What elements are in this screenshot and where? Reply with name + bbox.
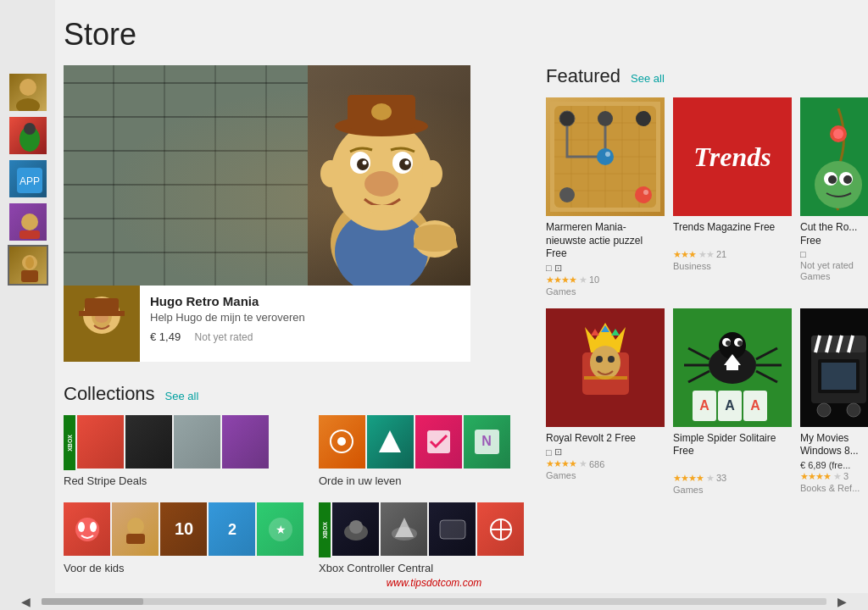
svg-point-76 — [635, 186, 652, 203]
featured-header: Featured See all — [546, 65, 851, 87]
scrollbar: ◀ ▶ — [0, 593, 868, 610]
sidebar-thumb-3[interactable]: APP — [8, 158, 48, 199]
stars-empty-royal: ★ — [579, 458, 587, 469]
collection-orde[interactable]: N Orde in uw leven — [319, 415, 529, 487]
collections-grid: XBOX Red Stripe Deals — [64, 415, 529, 574]
featured-section: Featured See all — [529, 65, 851, 591]
svg-point-126 — [817, 403, 831, 417]
scroll-right-arrow[interactable]: ▶ — [833, 595, 851, 608]
featured-marmeren-title: Marmeren Mania- nieuwste actie puzzel Fr… — [546, 221, 665, 261]
scroll-left-arrow[interactable]: ◀ — [17, 595, 35, 608]
category-cut-rope: Games — [800, 271, 868, 281]
sidebar-thumb-2[interactable] — [8, 115, 48, 156]
svg-point-79 — [815, 161, 862, 208]
svg-marker-53 — [395, 518, 414, 537]
svg-marker-37 — [379, 430, 401, 452]
collection-name-orde: Orde in uw leven — [319, 474, 529, 487]
featured-item-cut-rope[interactable]: Cut the Ro... Free □ Not yet rated Games — [800, 97, 868, 297]
svg-text:A: A — [699, 398, 709, 413]
svg-text:★: ★ — [275, 523, 286, 536]
device-icon-marmeren: □ — [546, 263, 552, 273]
category-royal: Games — [546, 470, 665, 480]
category-marmeren: Games — [546, 286, 665, 297]
layout-row: Hugo Retro Mania Help Hugo de mijn te ve… — [64, 65, 851, 591]
svg-point-90 — [596, 356, 603, 363]
hero-rating: Not yet rated — [195, 331, 253, 343]
featured-spider-title: Simple Spider Solitaire Free — [673, 432, 792, 458]
sidebar-thumb-5[interactable] — [8, 245, 48, 286]
featured-item-movies[interactable]: My Movies Windows 8... € 6,89 (fre... ★★… — [800, 308, 868, 495]
svg-point-101 — [726, 341, 731, 346]
rating-royal: 686 — [589, 459, 604, 469]
featured-movies-price: € 6,89 (fre... — [800, 460, 868, 470]
svg-point-91 — [608, 356, 615, 363]
svg-point-19 — [363, 161, 367, 165]
featured-row-2: Royal Revolt 2 Free □ ⊡ ★★★★★ 686 Games — [546, 308, 851, 495]
svg-point-18 — [399, 158, 411, 170]
svg-rect-10 — [21, 270, 38, 282]
hero-banner[interactable] — [64, 65, 470, 286]
stars-marmeren: ★★★★ — [546, 274, 576, 286]
svg-point-77 — [643, 190, 648, 195]
featured-see-all[interactable]: See all — [631, 72, 665, 85]
category-trends: Business — [673, 261, 792, 271]
svg-point-102 — [737, 341, 743, 346]
svg-point-20 — [405, 161, 409, 165]
scroll-track[interactable] — [42, 598, 826, 605]
sidebar-thumb-1[interactable] — [8, 72, 48, 113]
featured-row-1: Marmeren Mania- nieuwste actie puzzel Fr… — [546, 97, 851, 297]
stars-trends: ★★★ — [673, 249, 696, 260]
svg-point-83 — [843, 175, 852, 184]
svg-point-74 — [597, 148, 614, 165]
svg-rect-54 — [440, 520, 465, 539]
main-column: Hugo Retro Mania Help Hugo de mijn te ve… — [64, 65, 529, 591]
hero-app-icon[interactable] — [64, 286, 140, 362]
svg-point-70 — [559, 111, 575, 126]
svg-rect-92 — [584, 376, 627, 380]
svg-point-51 — [349, 520, 363, 534]
svg-point-82 — [828, 175, 837, 184]
svg-point-42 — [78, 522, 85, 532]
svg-point-6 — [21, 214, 38, 230]
svg-text:A: A — [725, 398, 735, 413]
svg-point-36 — [337, 437, 346, 446]
featured-movies-title: My Movies Windows 8... — [800, 432, 868, 458]
featured-item-marmeren[interactable]: Marmeren Mania- nieuwste actie puzzel Fr… — [546, 97, 665, 297]
sidebar: APP — [0, 0, 55, 610]
device-icon2-marmeren: ⊡ — [554, 263, 562, 274]
stars-empty-movies: ★ — [833, 471, 841, 482]
hero-section: Hugo Retro Mania Help Hugo de mijn te ve… — [64, 65, 529, 362]
svg-text:APP: APP — [19, 175, 39, 187]
stars-spider: ★★★★ — [673, 473, 704, 484]
featured-item-royal-revolt[interactable]: Royal Revolt 2 Free □ ⊡ ★★★★★ 686 Games — [546, 308, 665, 495]
hero-price: € 1,49 — [150, 330, 181, 343]
sidebar-thumb-4[interactable] — [8, 202, 48, 242]
hero-app-subtitle: Help Hugo de mijn te veroveren — [150, 311, 462, 324]
svg-point-3 — [24, 123, 36, 135]
collections-see-all[interactable]: See all — [165, 390, 199, 402]
collection-red-stripe-deals[interactable]: XBOX Red Stripe Deals — [64, 415, 303, 487]
svg-point-72 — [636, 111, 651, 126]
rating-trends: 21 — [716, 249, 726, 259]
svg-point-71 — [598, 111, 613, 126]
scroll-thumb[interactable] — [42, 598, 143, 605]
svg-point-0 — [19, 79, 36, 96]
svg-rect-104 — [726, 365, 738, 370]
featured-cut-rope-title: Cut the Ro... Free — [800, 221, 868, 247]
featured-item-trends[interactable]: Trends Trends Magazine Free ★★★★★ 21 Bus… — [673, 97, 792, 297]
svg-rect-45 — [126, 534, 145, 544]
device-icon2-royal: ⊡ — [554, 446, 562, 458]
svg-point-9 — [25, 257, 34, 269]
rating-cut-rope: Not yet rated — [800, 260, 868, 270]
svg-point-24 — [371, 103, 392, 120]
hero-details: Hugo Retro Mania Help Hugo de mijn te ve… — [150, 286, 470, 362]
featured-item-spider[interactable]: A A A Simple Spider Solitaire Free ★★★★★ — [673, 308, 792, 495]
hero-app-title: Hugo Retro Mania — [150, 294, 462, 308]
collection-kids[interactable]: 10 2 ★ Voor de kids — [64, 502, 303, 574]
collection-name-kids: Voor de kids — [64, 562, 303, 574]
svg-rect-34 — [79, 311, 125, 316]
device-icon-royal: □ — [546, 447, 552, 458]
svg-point-14 — [364, 171, 398, 197]
collection-xbox[interactable]: XBOX — [319, 502, 529, 574]
svg-rect-7 — [19, 230, 40, 239]
